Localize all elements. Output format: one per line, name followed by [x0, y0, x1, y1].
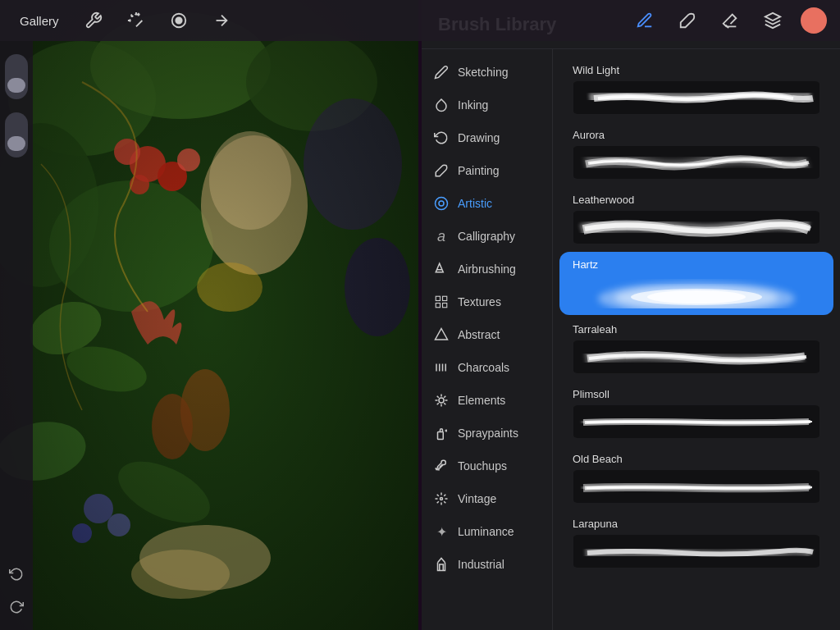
- brush-item-wild-light[interactable]: Wild Light: [559, 57, 833, 121]
- category-label-painting: Painting: [458, 164, 500, 177]
- pencil-tool-button[interactable]: [630, 6, 660, 35]
- svg-marker-30: [765, 13, 780, 21]
- drawing-icon: [433, 130, 450, 146]
- svg-rect-38: [443, 304, 447, 308]
- svg-marker-39: [436, 329, 448, 340]
- smudge-button[interactable]: [164, 6, 194, 35]
- svg-point-31: [436, 198, 448, 210]
- wrench-button[interactable]: [79, 6, 108, 35]
- category-item-inking[interactable]: Inking: [422, 89, 552, 121]
- brush-name-tarraleah: Tarraleah: [573, 323, 820, 336]
- brush-name-larapuna: Larapuna: [573, 518, 820, 530]
- category-item-spraypaints[interactable]: Spraypaints: [422, 417, 552, 450]
- luminance-icon: ✦: [433, 523, 450, 540]
- svg-point-48: [441, 498, 443, 500]
- category-label-artistic: Artistic: [458, 197, 492, 210]
- vintage-icon: [433, 491, 450, 507]
- category-item-airbrushing[interactable]: Airbrushing: [422, 253, 552, 285]
- abstract-icon: [433, 326, 450, 343]
- topbar-right: [630, 6, 827, 35]
- brush-name-old-beach: Old Beach: [573, 453, 820, 465]
- category-item-industrial[interactable]: Industrial: [422, 548, 552, 581]
- category-item-artistic[interactable]: Artistic: [422, 187, 552, 220]
- category-label-vintage: Vintage: [458, 492, 496, 505]
- brush-preview-plimsoll: [573, 405, 820, 438]
- brush-preview-leatherwood: [573, 211, 820, 244]
- brush-name-leatherwood: Leatherwood: [573, 194, 820, 206]
- category-item-elements[interactable]: Elements: [422, 384, 552, 417]
- category-item-painting[interactable]: Painting: [422, 154, 552, 187]
- category-label-touchups: Touchups: [458, 459, 507, 472]
- painting-icon: [433, 162, 450, 179]
- brush-library-panel: Brush Library + Sketching Inking: [422, 0, 840, 630]
- size-slider[interactable]: [5, 112, 28, 158]
- calligraphy-icon: a: [433, 228, 450, 244]
- avatar[interactable]: [801, 7, 827, 34]
- arrow-button[interactable]: [207, 6, 236, 35]
- svg-point-27: [131, 550, 230, 599]
- undo-button[interactable]: [3, 561, 30, 587]
- gallery-button[interactable]: Gallery: [13, 11, 66, 31]
- brush-name-aurora: Aurora: [573, 129, 820, 141]
- category-item-textures[interactable]: Textures: [422, 285, 552, 318]
- brush-item-old-beach[interactable]: Old Beach: [559, 446, 833, 509]
- svg-rect-35: [436, 296, 440, 300]
- svg-rect-45: [438, 432, 444, 440]
- brush-item-tarraleah[interactable]: Tarraleah: [559, 317, 833, 380]
- category-item-sketching[interactable]: Sketching: [422, 56, 552, 89]
- category-label-spraypaints: Spraypaints: [458, 427, 518, 440]
- svg-point-44: [439, 398, 444, 403]
- category-item-touchups[interactable]: Touchups: [422, 450, 552, 482]
- brush-item-aurora[interactable]: Aurora: [559, 122, 833, 185]
- touchups-icon: [433, 458, 450, 474]
- brush-preview-wild-light: [573, 81, 820, 114]
- category-list: Sketching Inking Drawing P: [422, 49, 553, 630]
- svg-line-28: [136, 21, 142, 26]
- brush-preview-old-beach: [573, 470, 820, 503]
- brush-name-hartz: Hartz: [573, 258, 820, 271]
- elements-icon: [433, 392, 450, 409]
- brush-tool-button[interactable]: [673, 6, 702, 35]
- brush-item-hartz[interactable]: Hartz: [559, 252, 833, 315]
- category-label-inking: Inking: [458, 98, 488, 112]
- topbar-left: Gallery: [13, 6, 236, 35]
- brush-library-body: Sketching Inking Drawing P: [422, 49, 840, 630]
- left-toolbar: [0, 41, 33, 630]
- brush-name-wild-light: Wild Light: [573, 64, 820, 76]
- airbrushing-icon: [433, 261, 450, 277]
- textures-icon: [433, 294, 450, 310]
- brush-preview-hartz: [573, 276, 820, 308]
- topbar: Gallery: [0, 0, 840, 41]
- category-label-industrial: Industrial: [458, 558, 504, 571]
- brush-preview-aurora: [573, 146, 820, 179]
- artistic-icon: [433, 195, 450, 212]
- category-item-drawing[interactable]: Drawing: [422, 121, 552, 154]
- brush-name-plimsoll: Plimsoll: [573, 388, 820, 400]
- category-label-abstract: Abstract: [458, 328, 500, 341]
- charcoals-icon: [433, 359, 450, 376]
- spraypaints-icon: [433, 425, 450, 441]
- category-label-textures: Textures: [458, 295, 501, 308]
- category-item-charcoals[interactable]: Charcoals: [422, 351, 552, 384]
- wand-button[interactable]: [121, 6, 151, 35]
- industrial-icon: [433, 556, 450, 573]
- brush-item-plimsoll[interactable]: Plimsoll: [559, 381, 833, 445]
- category-label-luminance: Luminance: [458, 525, 514, 538]
- brush-item-larapuna[interactable]: Larapuna: [559, 511, 833, 574]
- redo-button[interactable]: [3, 594, 30, 620]
- category-label-sketching: Sketching: [458, 66, 508, 79]
- category-item-calligraphy[interactable]: a Calligraphy: [422, 220, 552, 253]
- category-item-luminance[interactable]: ✦ Luminance: [422, 515, 552, 548]
- layers-button[interactable]: [758, 6, 788, 35]
- opacity-slider[interactable]: [5, 54, 28, 99]
- eraser-tool-button[interactable]: [715, 6, 745, 35]
- canvas-area[interactable]: [0, 0, 418, 630]
- category-item-vintage[interactable]: Vintage: [422, 482, 552, 515]
- category-label-drawing: Drawing: [458, 131, 500, 144]
- brush-item-leatherwood[interactable]: Leatherwood: [559, 187, 833, 250]
- brush-preview-larapuna: [573, 535, 820, 568]
- category-item-abstract[interactable]: Abstract: [422, 318, 552, 351]
- brush-preview-tarraleah: [573, 340, 820, 373]
- brush-list: Wild Light Aurora: [553, 49, 840, 630]
- svg-rect-37: [436, 304, 440, 308]
